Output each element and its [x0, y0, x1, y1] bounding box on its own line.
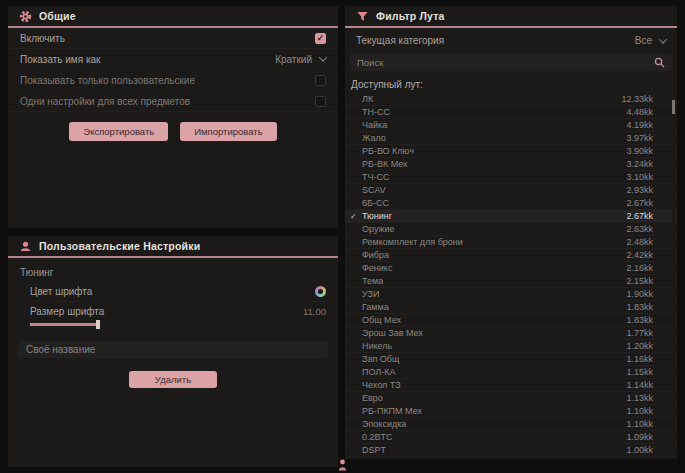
- loot-item-name: Оружие: [362, 224, 395, 234]
- color-wheel-icon[interactable]: [315, 286, 326, 297]
- only-custom-row: Показывать только пользовательские ✓: [8, 70, 338, 91]
- loot-item-row[interactable]: ✓ ПОЛ-КА 1.15kk: [345, 366, 677, 379]
- custom-panel-header: Пользовательские Настройки: [8, 236, 338, 258]
- loot-item-name: Ремкомплект для брони: [362, 237, 463, 247]
- loot-item-name: 0.2BTC: [362, 432, 393, 442]
- font-size-slider[interactable]: [30, 320, 326, 331]
- slider-thumb[interactable]: [96, 320, 100, 329]
- loot-item-row[interactable]: ✓ Никель 1.20kk: [345, 340, 677, 353]
- loot-filter-panel: Фильтр Лута Текущая категория Все Доступ…: [345, 6, 677, 459]
- loot-item-row[interactable]: ✓ Фибра 2.42kk: [345, 249, 677, 262]
- loot-item-name: 6Б-СС: [362, 198, 389, 208]
- loot-item-row[interactable]: ✓ ЛК 12.33kk: [345, 93, 677, 106]
- same-settings-checkbox[interactable]: ✓: [315, 96, 326, 107]
- loot-item-value: 1.10kk: [626, 419, 653, 429]
- loot-item-row[interactable]: ✓ DSPT 1.00kk: [345, 444, 677, 457]
- loot-item-row[interactable]: ✓ 6Б-СС 2.67kk: [345, 197, 677, 210]
- loot-item-name: Гамма: [362, 302, 389, 312]
- slider-track: [30, 323, 100, 326]
- loot-item-name: Тюнинг: [362, 211, 392, 221]
- category-value: Все: [635, 35, 652, 46]
- loot-item-row[interactable]: ✓ SCAV 2.93kk: [345, 184, 677, 197]
- export-import-row: Экспортировать Импортировать: [8, 122, 338, 141]
- loot-item-value: 1.13kk: [626, 393, 653, 403]
- font-color-row: Цвет шрифта: [30, 282, 326, 302]
- import-button[interactable]: Импортировать: [180, 122, 276, 141]
- loot-item-row[interactable]: ✓ РБ-ПКПМ Мех 1.10kk: [345, 405, 677, 418]
- loot-item-row[interactable]: ✓ Евро 1.13kk: [345, 392, 677, 405]
- enable-row: Включить ✓: [8, 28, 338, 49]
- export-button[interactable]: Экспортировать: [69, 122, 168, 141]
- loot-panel-title: Фильтр Лута: [376, 10, 445, 22]
- same-settings-label: Одни настройки для всех предметов: [20, 96, 190, 107]
- loot-item-row[interactable]: ✓ Гамма 1.83kk: [345, 301, 677, 314]
- loot-item-value: 2.16kk: [626, 263, 653, 273]
- current-category-label: Текущая категория: [356, 35, 444, 46]
- loot-item-value: 2.63kk: [626, 224, 653, 234]
- loot-item-name: ПОЛ-КА: [362, 367, 396, 377]
- loot-item-value: 2.67kk: [626, 198, 653, 208]
- loot-item-name: ЛК: [362, 94, 373, 104]
- loot-item-name: Никель: [362, 341, 392, 351]
- current-category-row: Текущая категория Все: [345, 28, 677, 53]
- loot-item-value: 1.16kk: [626, 354, 653, 364]
- loot-item-value: 1.20kk: [626, 341, 653, 351]
- loot-item-name: Эрош Зав Мех: [362, 328, 423, 338]
- loot-item-row[interactable]: ✓ Феникс 2.16kk: [345, 262, 677, 275]
- loot-item-row[interactable]: ✓ Ремкомплект для брони 2.48kk: [345, 236, 677, 249]
- show-name-dropdown[interactable]: Краткий: [275, 54, 326, 65]
- custom-name-input[interactable]: [18, 341, 328, 358]
- only-custom-checkbox[interactable]: ✓: [315, 75, 326, 86]
- category-dropdown[interactable]: Все: [635, 35, 666, 46]
- loot-item-value: 1.10kk: [626, 406, 653, 416]
- loot-item-row[interactable]: ✓ ТН-СС 4.48kk: [345, 106, 677, 119]
- loot-item-row[interactable]: ✓ 0.2BTC 1.09kk: [345, 431, 677, 444]
- custom-panel-title: Пользовательские Настройки: [39, 240, 200, 252]
- selected-item-group-label: Тюнинг: [20, 267, 326, 278]
- only-custom-label: Показывать только пользовательские: [20, 75, 195, 86]
- loot-item-row[interactable]: ✓ ТЧ-СС 3.10kk: [345, 171, 677, 184]
- show-name-label: Показать имя как: [20, 54, 100, 65]
- available-loot-label: Доступный лут:: [351, 79, 677, 90]
- loot-item-value: 4.19kk: [626, 120, 653, 130]
- loot-item-row[interactable]: ✓ Общ Мех 1.83kk: [345, 314, 677, 327]
- loot-item-row[interactable]: ✓ Эрош Зав Мех 1.77kk: [345, 327, 677, 340]
- loot-item-row[interactable]: ✓ РБ-ВК Мех 3.24kk: [345, 158, 677, 171]
- search-box: [350, 54, 672, 71]
- loot-list-scrollbar[interactable]: [672, 98, 675, 455]
- loot-item-row[interactable]: ✓ Эпоксидка 1.10kk: [345, 418, 677, 431]
- loot-item-row[interactable]: ✓ Чехол ТЗ 1.14kk: [345, 379, 677, 392]
- funnel-icon: [356, 10, 369, 23]
- loot-item-value: 1.83kk: [626, 315, 653, 325]
- loot-item-name: РБ-ПКПМ Мех: [362, 406, 422, 416]
- loot-item-value: 1.90kk: [626, 289, 653, 299]
- loot-item-name: Чехол ТЗ: [362, 380, 401, 390]
- loot-item-row[interactable]: ✓ Зап Общ 1.16kk: [345, 353, 677, 366]
- delete-button[interactable]: Удалить: [129, 371, 217, 388]
- general-panel: Общие Включить ✓ Показать имя как Кратки…: [8, 6, 338, 228]
- loot-item-name: РБ-ВК Мех: [362, 159, 408, 169]
- loot-item-row[interactable]: ✓ УЗИ 1.90kk: [345, 288, 677, 301]
- loot-item-row[interactable]: ✓ Оружие 2.63kk: [345, 223, 677, 236]
- loot-item-row[interactable]: ✓ Тема 2.15kk: [345, 275, 677, 288]
- loot-item-name: Евро: [362, 393, 383, 403]
- custom-settings-block: Цвет шрифта Размер шрифта 11.00: [30, 282, 326, 331]
- loot-item-value: 12.33kk: [621, 94, 653, 104]
- loot-item-name: Тема: [362, 276, 383, 286]
- gear-icon: [19, 10, 32, 23]
- loot-item-name: Феникс: [362, 263, 392, 273]
- scrollbar-thumb[interactable]: [672, 100, 675, 114]
- loot-item-name: Жало: [362, 133, 386, 143]
- search-icon[interactable]: [654, 57, 665, 68]
- loot-item-value: 3.90kk: [626, 146, 653, 156]
- same-settings-row: Одни настройки для всех предметов ✓: [8, 91, 338, 112]
- search-input[interactable]: [357, 57, 654, 68]
- loot-item-row[interactable]: ✓ Тюнинг 2.67kk: [345, 210, 677, 223]
- loot-item-value: 3.97kk: [626, 133, 653, 143]
- loot-item-name: РБ-ВО Ключ: [362, 146, 414, 156]
- loot-item-name: ТЧ-СС: [362, 172, 390, 182]
- loot-item-row[interactable]: ✓ РБ-ВО Ключ 3.90kk: [345, 145, 677, 158]
- loot-item-row[interactable]: ✓ Чайка 4.19kk: [345, 119, 677, 132]
- loot-item-row[interactable]: ✓ Жало 3.97kk: [345, 132, 677, 145]
- enable-checkbox[interactable]: ✓: [315, 33, 326, 44]
